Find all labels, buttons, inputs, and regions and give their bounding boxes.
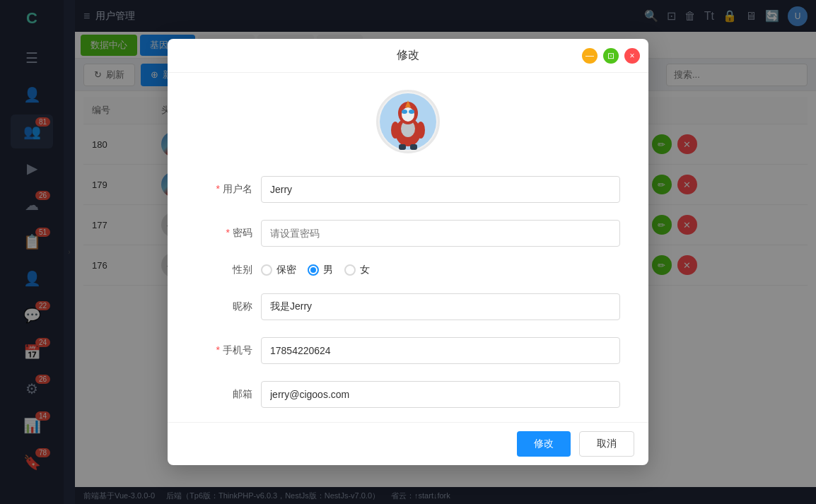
email-field-row: 邮箱	[168, 373, 648, 416]
nickname-input[interactable]	[261, 293, 620, 320]
gender-male-option[interactable]: 男	[308, 264, 333, 276]
gender-male-radio[interactable]	[308, 264, 319, 276]
nickname-label: 昵称	[196, 300, 252, 313]
email-input[interactable]	[261, 381, 620, 408]
svg-point-9	[416, 122, 425, 139]
phone-field-row: 手机号	[168, 329, 648, 373]
svg-point-5	[402, 110, 407, 114]
modal-footer: 修改 取消	[168, 422, 648, 465]
username-field-row: 用户名	[168, 168, 648, 211]
modal-avatar[interactable]	[376, 90, 440, 153]
gender-radio-group: 保密 男 女	[261, 264, 370, 276]
password-field-row: 密码	[168, 211, 648, 255]
password-input[interactable]	[261, 220, 620, 247]
email-label: 邮箱	[196, 388, 252, 401]
modal-avatar-section	[168, 84, 648, 168]
gender-field-row: 性别 保密 男 女	[168, 255, 648, 285]
nickname-field-row: 昵称	[168, 285, 648, 329]
svg-point-6	[409, 110, 414, 114]
modal-overlay[interactable]: 修改 — ⊡ ×	[0, 0, 816, 504]
gender-female-option[interactable]: 女	[344, 264, 370, 276]
phone-label: 手机号	[196, 344, 252, 357]
gender-label: 性别	[196, 264, 252, 276]
username-input[interactable]	[261, 176, 620, 203]
modal-header: 修改 — ⊡ ×	[168, 39, 648, 73]
svg-point-8	[391, 122, 400, 139]
svg-rect-10	[399, 144, 406, 150]
svg-point-4	[402, 107, 414, 122]
modal-body: 用户名 密码 性别 保密 男	[168, 73, 648, 422]
svg-rect-11	[410, 144, 417, 150]
gender-female-radio[interactable]	[344, 264, 356, 276]
ultraman-avatar-img	[380, 93, 436, 150]
edit-user-modal: 修改 — ⊡ ×	[168, 39, 648, 465]
modal-minimize-button[interactable]: —	[582, 48, 598, 64]
modal-title: 修改	[397, 48, 419, 63]
gender-secret-option[interactable]: 保密	[261, 264, 296, 276]
submit-button[interactable]: 修改	[517, 431, 571, 457]
gender-secret-radio[interactable]	[261, 264, 272, 276]
password-label: 密码	[196, 227, 252, 240]
modal-maximize-button[interactable]: ⊡	[603, 48, 619, 64]
phone-input[interactable]	[261, 337, 620, 364]
username-label: 用户名	[196, 183, 252, 196]
modal-close-button[interactable]: ×	[624, 48, 640, 64]
cancel-button[interactable]: 取消	[579, 431, 634, 457]
